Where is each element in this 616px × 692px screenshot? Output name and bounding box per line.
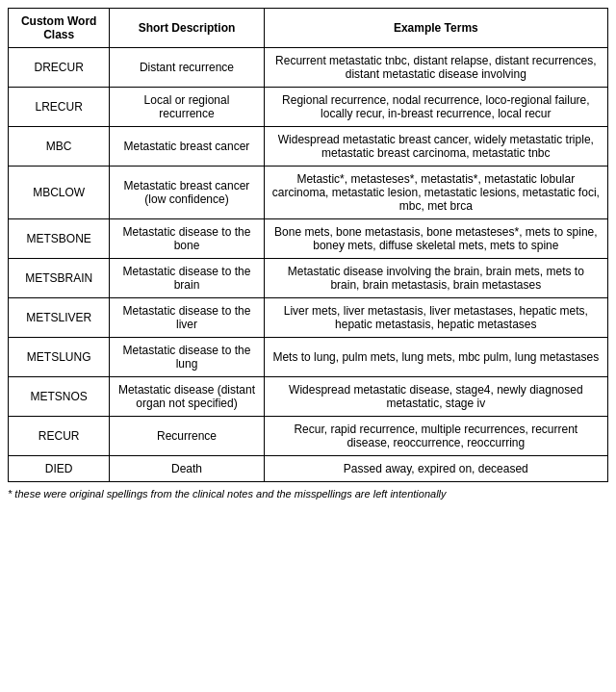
cell-description: Metastatic disease to the brain [110,259,264,298]
cell-examples: Widespread metastatic breast cancer, wid… [264,127,607,167]
table-row: MBCLOWMetastatic breast cancer (low conf… [9,167,608,219]
footnote: * these were original spellings from the… [8,488,608,500]
cell-examples: Widespread metastatic disease, stage4, n… [264,377,607,417]
cell-examples: Mets to lung, pulm mets, lung mets, mbc … [264,338,607,377]
table-row: METSBRAINMetastatic disease to the brain… [9,259,608,298]
cell-examples: Bone mets, bone metastasis, bone metaste… [264,219,607,259]
cell-examples: Liver mets, liver metastasis, liver meta… [264,298,607,338]
table-row: LRECURLocal or regional recurrenceRegion… [9,88,608,127]
cell-examples: Regional recurrence, nodal recurrence, l… [264,88,607,127]
cell-class: LRECUR [9,88,110,127]
cell-class: METSLIVER [9,298,110,338]
cell-examples: Metastatic disease involving the brain, … [264,259,607,298]
table-row: METSBONEMetastatic disease to the boneBo… [9,219,608,259]
cell-examples: Metastic*, metasteses*, metastatis*, met… [264,167,607,219]
cell-class: MBC [9,127,110,167]
cell-description: Distant recurrence [110,48,264,88]
cell-description: Metastatic breast cancer (low confidence… [110,167,264,219]
table-row: METSNOSMetastatic disease (distant organ… [9,377,608,417]
cell-description: Metastatic disease to the bone [110,219,264,259]
cell-class: RECUR [9,417,110,456]
cell-description: Metastatic disease (distant organ not sp… [110,377,264,417]
cell-description: Metastatic disease to the liver [110,298,264,338]
cell-examples: Passed away, expired on, deceased [264,456,607,482]
cell-description: Metastatic disease to the lung [110,338,264,377]
cell-description: Recurrence [110,417,264,456]
cell-examples: Recur, rapid recurrence, multiple recurr… [264,417,607,456]
table-row: MBCMetastatic breast cancerWidespread me… [9,127,608,167]
table-row: METSLUNGMetastatic disease to the lungMe… [9,338,608,377]
cell-description: Metastatic breast cancer [110,127,264,167]
header-custom-word-class: Custom Word Class [9,9,110,48]
cell-class: METSNOS [9,377,110,417]
cell-class: METSBONE [9,219,110,259]
cell-examples: Recurrent metastatic tnbc, distant relap… [264,48,607,88]
cell-description: Local or regional recurrence [110,88,264,127]
cell-class: DIED [9,456,110,482]
table-row: DIEDDeathPassed away, expired on, deceas… [9,456,608,482]
header-short-description: Short Description [110,9,264,48]
table-row: RECURRecurrenceRecur, rapid recurrence, … [9,417,608,456]
cell-class: DRECUR [9,48,110,88]
header-example-terms: Example Terms [264,9,607,48]
table-row: DRECURDistant recurrenceRecurrent metast… [9,48,608,88]
cell-description: Death [110,456,264,482]
table-row: METSLIVERMetastatic disease to the liver… [9,298,608,338]
cell-class: MBCLOW [9,167,110,219]
cell-class: METSBRAIN [9,259,110,298]
cell-class: METSLUNG [9,338,110,377]
